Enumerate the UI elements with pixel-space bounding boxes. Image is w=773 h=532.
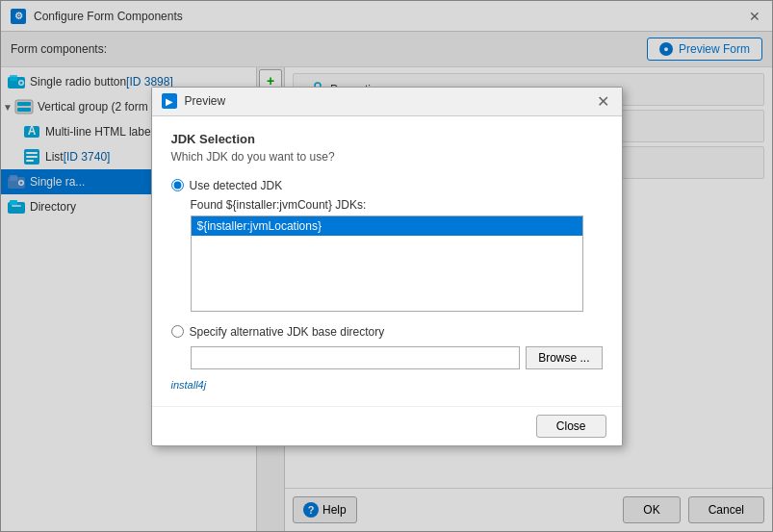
jdk-list-item[interactable]: ${installer:jvmLocations} <box>192 216 582 236</box>
modal-icon: ▶ <box>162 93 177 109</box>
modal-title: Preview <box>185 94 595 108</box>
found-suffix: JDKs: <box>332 198 366 212</box>
modal-close-button[interactable]: ✕ <box>595 92 612 110</box>
use-detected-radio-label[interactable]: Use detected JDK <box>171 179 603 192</box>
alt-input-row: Browse ... <box>191 346 603 369</box>
modal-close-button-footer[interactable]: Close <box>536 415 606 438</box>
modal-body: JDK Selection Which JDK do you want to u… <box>152 116 622 406</box>
jdk-subtitle: Which JDK do you want to use? <box>171 150 603 164</box>
alt-dir-input[interactable] <box>191 346 521 369</box>
alt-radio[interactable] <box>171 325 184 338</box>
modal-overlay: ▶ Preview ✕ JDK Selection Which JDK do y… <box>0 0 773 532</box>
use-detected-label: Use detected JDK <box>190 179 283 192</box>
use-detected-radio[interactable] <box>171 179 184 191</box>
modal-footer: Close <box>152 406 622 445</box>
found-var: ${installer:jvmCount} <box>226 198 332 212</box>
install4j-label: install4j <box>171 379 603 391</box>
jdk-title: JDK Selection <box>171 132 603 146</box>
preview-modal: ▶ Preview ✕ JDK Selection Which JDK do y… <box>151 87 623 446</box>
found-prefix: Found <box>191 198 226 212</box>
jdk-list[interactable]: ${installer:jvmLocations} <box>191 215 583 312</box>
modal-title-bar: ▶ Preview ✕ <box>152 88 622 116</box>
alt-label-text: Specify alternative JDK base directory <box>190 325 385 339</box>
browse-button[interactable]: Browse ... <box>526 346 602 369</box>
found-label: Found ${installer:jvmCount} JDKs: <box>191 198 603 212</box>
alt-radio-label[interactable]: Specify alternative JDK base directory <box>171 325 603 339</box>
